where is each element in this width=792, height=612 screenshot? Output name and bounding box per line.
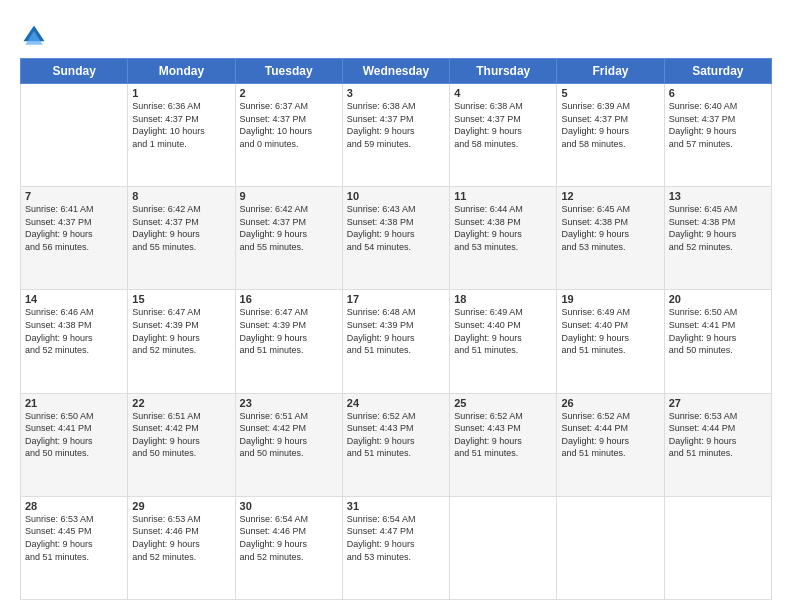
calendar-cell: 26Sunrise: 6:52 AM Sunset: 4:44 PM Dayli… [557, 393, 664, 496]
calendar-table: SundayMondayTuesdayWednesdayThursdayFrid… [20, 58, 772, 600]
calendar-header-saturday: Saturday [664, 59, 771, 84]
calendar-cell: 4Sunrise: 6:38 AM Sunset: 4:37 PM Daylig… [450, 84, 557, 187]
day-number: 21 [25, 397, 123, 409]
day-info: Sunrise: 6:45 AM Sunset: 4:38 PM Dayligh… [669, 203, 767, 253]
day-info: Sunrise: 6:42 AM Sunset: 4:37 PM Dayligh… [132, 203, 230, 253]
day-info: Sunrise: 6:44 AM Sunset: 4:38 PM Dayligh… [454, 203, 552, 253]
day-number: 20 [669, 293, 767, 305]
calendar-cell: 7Sunrise: 6:41 AM Sunset: 4:37 PM Daylig… [21, 187, 128, 290]
day-info: Sunrise: 6:36 AM Sunset: 4:37 PM Dayligh… [132, 100, 230, 150]
calendar-cell: 22Sunrise: 6:51 AM Sunset: 4:42 PM Dayli… [128, 393, 235, 496]
calendar-cell: 10Sunrise: 6:43 AM Sunset: 4:38 PM Dayli… [342, 187, 449, 290]
day-number: 14 [25, 293, 123, 305]
day-info: Sunrise: 6:49 AM Sunset: 4:40 PM Dayligh… [454, 306, 552, 356]
calendar-cell: 17Sunrise: 6:48 AM Sunset: 4:39 PM Dayli… [342, 290, 449, 393]
calendar-cell: 13Sunrise: 6:45 AM Sunset: 4:38 PM Dayli… [664, 187, 771, 290]
logo [20, 22, 52, 50]
calendar-cell: 3Sunrise: 6:38 AM Sunset: 4:37 PM Daylig… [342, 84, 449, 187]
calendar-cell: 23Sunrise: 6:51 AM Sunset: 4:42 PM Dayli… [235, 393, 342, 496]
day-info: Sunrise: 6:42 AM Sunset: 4:37 PM Dayligh… [240, 203, 338, 253]
day-info: Sunrise: 6:38 AM Sunset: 4:37 PM Dayligh… [347, 100, 445, 150]
logo-icon [20, 22, 48, 50]
day-number: 7 [25, 190, 123, 202]
calendar-week-row: 7Sunrise: 6:41 AM Sunset: 4:37 PM Daylig… [21, 187, 772, 290]
calendar-cell: 14Sunrise: 6:46 AM Sunset: 4:38 PM Dayli… [21, 290, 128, 393]
day-number: 4 [454, 87, 552, 99]
day-number: 27 [669, 397, 767, 409]
day-number: 28 [25, 500, 123, 512]
day-number: 13 [669, 190, 767, 202]
day-number: 2 [240, 87, 338, 99]
day-number: 29 [132, 500, 230, 512]
day-info: Sunrise: 6:37 AM Sunset: 4:37 PM Dayligh… [240, 100, 338, 150]
day-number: 5 [561, 87, 659, 99]
calendar-cell: 18Sunrise: 6:49 AM Sunset: 4:40 PM Dayli… [450, 290, 557, 393]
calendar-cell: 8Sunrise: 6:42 AM Sunset: 4:37 PM Daylig… [128, 187, 235, 290]
day-number: 17 [347, 293, 445, 305]
day-info: Sunrise: 6:50 AM Sunset: 4:41 PM Dayligh… [25, 410, 123, 460]
calendar-cell: 15Sunrise: 6:47 AM Sunset: 4:39 PM Dayli… [128, 290, 235, 393]
day-number: 12 [561, 190, 659, 202]
calendar-cell: 2Sunrise: 6:37 AM Sunset: 4:37 PM Daylig… [235, 84, 342, 187]
day-number: 3 [347, 87, 445, 99]
day-number: 10 [347, 190, 445, 202]
calendar-header-sunday: Sunday [21, 59, 128, 84]
day-number: 31 [347, 500, 445, 512]
day-info: Sunrise: 6:41 AM Sunset: 4:37 PM Dayligh… [25, 203, 123, 253]
calendar-cell: 31Sunrise: 6:54 AM Sunset: 4:47 PM Dayli… [342, 496, 449, 599]
day-info: Sunrise: 6:54 AM Sunset: 4:46 PM Dayligh… [240, 513, 338, 563]
calendar-header-friday: Friday [557, 59, 664, 84]
calendar-header-row: SundayMondayTuesdayWednesdayThursdayFrid… [21, 59, 772, 84]
day-info: Sunrise: 6:54 AM Sunset: 4:47 PM Dayligh… [347, 513, 445, 563]
calendar-cell: 16Sunrise: 6:47 AM Sunset: 4:39 PM Dayli… [235, 290, 342, 393]
day-info: Sunrise: 6:43 AM Sunset: 4:38 PM Dayligh… [347, 203, 445, 253]
day-number: 26 [561, 397, 659, 409]
day-number: 9 [240, 190, 338, 202]
day-number: 24 [347, 397, 445, 409]
day-info: Sunrise: 6:53 AM Sunset: 4:46 PM Dayligh… [132, 513, 230, 563]
calendar-cell: 21Sunrise: 6:50 AM Sunset: 4:41 PM Dayli… [21, 393, 128, 496]
calendar-header-tuesday: Tuesday [235, 59, 342, 84]
day-info: Sunrise: 6:47 AM Sunset: 4:39 PM Dayligh… [240, 306, 338, 356]
calendar-cell: 19Sunrise: 6:49 AM Sunset: 4:40 PM Dayli… [557, 290, 664, 393]
calendar-cell: 5Sunrise: 6:39 AM Sunset: 4:37 PM Daylig… [557, 84, 664, 187]
calendar-week-row: 28Sunrise: 6:53 AM Sunset: 4:45 PM Dayli… [21, 496, 772, 599]
calendar-cell: 27Sunrise: 6:53 AM Sunset: 4:44 PM Dayli… [664, 393, 771, 496]
day-info: Sunrise: 6:53 AM Sunset: 4:44 PM Dayligh… [669, 410, 767, 460]
day-number: 18 [454, 293, 552, 305]
calendar-header-monday: Monday [128, 59, 235, 84]
day-info: Sunrise: 6:53 AM Sunset: 4:45 PM Dayligh… [25, 513, 123, 563]
day-number: 8 [132, 190, 230, 202]
calendar-cell: 25Sunrise: 6:52 AM Sunset: 4:43 PM Dayli… [450, 393, 557, 496]
day-info: Sunrise: 6:46 AM Sunset: 4:38 PM Dayligh… [25, 306, 123, 356]
calendar-cell: 9Sunrise: 6:42 AM Sunset: 4:37 PM Daylig… [235, 187, 342, 290]
calendar-cell: 6Sunrise: 6:40 AM Sunset: 4:37 PM Daylig… [664, 84, 771, 187]
day-number: 23 [240, 397, 338, 409]
calendar-cell: 30Sunrise: 6:54 AM Sunset: 4:46 PM Dayli… [235, 496, 342, 599]
day-info: Sunrise: 6:45 AM Sunset: 4:38 PM Dayligh… [561, 203, 659, 253]
day-number: 6 [669, 87, 767, 99]
calendar-cell: 20Sunrise: 6:50 AM Sunset: 4:41 PM Dayli… [664, 290, 771, 393]
header [20, 18, 772, 50]
day-number: 15 [132, 293, 230, 305]
calendar-cell: 24Sunrise: 6:52 AM Sunset: 4:43 PM Dayli… [342, 393, 449, 496]
calendar-header-wednesday: Wednesday [342, 59, 449, 84]
page: SundayMondayTuesdayWednesdayThursdayFrid… [0, 0, 792, 612]
calendar-cell: 28Sunrise: 6:53 AM Sunset: 4:45 PM Dayli… [21, 496, 128, 599]
day-number: 25 [454, 397, 552, 409]
day-info: Sunrise: 6:38 AM Sunset: 4:37 PM Dayligh… [454, 100, 552, 150]
day-info: Sunrise: 6:40 AM Sunset: 4:37 PM Dayligh… [669, 100, 767, 150]
calendar-week-row: 14Sunrise: 6:46 AM Sunset: 4:38 PM Dayli… [21, 290, 772, 393]
day-number: 19 [561, 293, 659, 305]
day-number: 22 [132, 397, 230, 409]
calendar-cell: 11Sunrise: 6:44 AM Sunset: 4:38 PM Dayli… [450, 187, 557, 290]
calendar-cell [450, 496, 557, 599]
calendar-header-thursday: Thursday [450, 59, 557, 84]
day-number: 11 [454, 190, 552, 202]
calendar-week-row: 1Sunrise: 6:36 AM Sunset: 4:37 PM Daylig… [21, 84, 772, 187]
day-info: Sunrise: 6:50 AM Sunset: 4:41 PM Dayligh… [669, 306, 767, 356]
day-number: 30 [240, 500, 338, 512]
calendar-cell: 12Sunrise: 6:45 AM Sunset: 4:38 PM Dayli… [557, 187, 664, 290]
calendar-cell: 1Sunrise: 6:36 AM Sunset: 4:37 PM Daylig… [128, 84, 235, 187]
day-info: Sunrise: 6:48 AM Sunset: 4:39 PM Dayligh… [347, 306, 445, 356]
